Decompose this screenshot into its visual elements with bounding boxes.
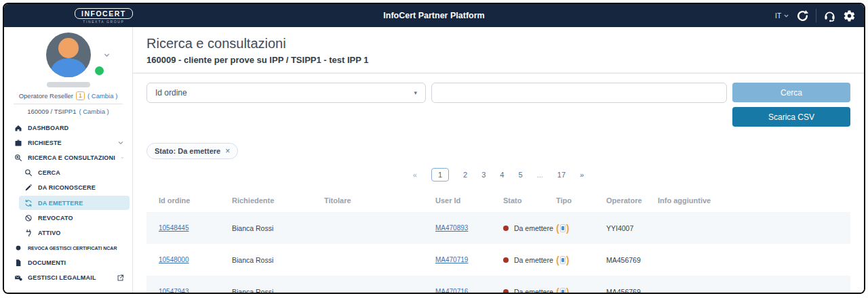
status-dot-red: [503, 257, 509, 263]
sidebar-item-label: RICERCA E CONSULTAZIONI: [28, 154, 115, 161]
sidebar-item-revoca-gestisci-certificati-ncar[interactable]: REVOCA GESTISCI CERTIFICATI NCAR: [4, 240, 132, 255]
sidebar-item-label: CERCA: [38, 169, 60, 176]
circle-icon: [14, 244, 22, 252]
settings-gear-icon[interactable]: [843, 9, 856, 22]
results-table: Id ordine Richiedente Titolare User Id S…: [146, 187, 850, 293]
sidebar-item-label: DOCUMENTI: [28, 259, 66, 266]
col-titolare: Titolare: [324, 196, 435, 205]
external-link-icon: [117, 274, 124, 282]
sidebar-item-da-riconoscere[interactable]: DA RICONOSCERE: [4, 180, 132, 195]
order-id-link[interactable]: 10548000: [159, 256, 232, 263]
language-selector[interactable]: IT: [775, 12, 789, 20]
col-stato: Stato: [503, 196, 556, 205]
richiedente-cell: Bianca Rossi: [232, 224, 324, 232]
stato-label: Da emettere: [514, 256, 553, 264]
paren-right: ): [566, 287, 570, 293]
sidebar-item-richieste[interactable]: RICHIESTE: [4, 135, 132, 150]
filter-type-select[interactable]: Id ordine ▾: [146, 83, 426, 103]
operatore-cell: MA456769: [606, 256, 658, 264]
tipo-mobile-icon: (): [556, 287, 606, 293]
user-id-link[interactable]: MA470719: [435, 256, 503, 263]
sidebar-item-dashboard[interactable]: DASHBOARD: [4, 121, 132, 135]
pagination-next[interactable]: »: [580, 171, 584, 179]
search-section: Id ordine ▾ Cerca Scarica CSV: [146, 83, 850, 127]
pagination-page-5[interactable]: 5: [518, 171, 522, 179]
online-status-dot: [95, 66, 104, 75]
order-id-link[interactable]: 10547943: [159, 288, 232, 293]
table-row: 10548445 Bianca Rossi MA470893 Da emette…: [146, 212, 850, 244]
chip-close-icon[interactable]: ×: [225, 146, 230, 156]
pagination-page-17[interactable]: 17: [557, 171, 566, 179]
table-header-row: Id ordine Richiedente Titolare User Id S…: [146, 187, 850, 212]
col-richiedente: Richiedente: [232, 196, 324, 205]
table-row: 10548000 Bianca Rossi MA470719 Da emette…: [146, 244, 850, 276]
sidebar-item-label: DA RICONOSCERE: [38, 184, 96, 191]
header-divider: [816, 9, 816, 22]
pagination-page-4[interactable]: 4: [500, 171, 504, 179]
stato-cell: Da emettere: [503, 224, 556, 232]
filter-chip-stato[interactable]: Stato: Da emettere ×: [146, 143, 238, 159]
stato-label: Da emettere: [514, 288, 553, 293]
avatar[interactable]: [46, 33, 91, 77]
pagination-ellipsis: ...: [537, 171, 543, 179]
infocert-logo[interactable]: INFOCERT TINEXTA GROUP: [75, 8, 133, 24]
operatore-cell: YYI4007: [606, 224, 658, 232]
sidebar-item-label: DASHBOARD: [28, 125, 68, 131]
sidebar-item-label: RICHIESTE: [28, 140, 62, 146]
plug-icon: [24, 229, 33, 237]
role-change-link[interactable]: ( Cambia ): [87, 92, 117, 100]
search-buttons: Cerca Scarica CSV: [732, 83, 850, 127]
sidebar-item-ricerca-e-consultazioni[interactable]: RICERCA E CONSULTAZIONI: [4, 150, 132, 165]
pagination-page-1[interactable]: 1: [431, 168, 449, 182]
support-headset-icon[interactable]: [823, 9, 836, 22]
richiedente-cell: Bianca Rossi: [232, 288, 324, 293]
user-id-link[interactable]: MA470716: [435, 288, 503, 293]
pagination-prev[interactable]: «: [413, 171, 417, 179]
sidebar-item-attivo[interactable]: ATTIVO: [4, 226, 132, 240]
phone-icon: [560, 288, 566, 293]
cerca-button[interactable]: Cerca: [732, 83, 850, 102]
title-divider: [133, 72, 864, 74]
stato-cell: Da emettere: [503, 288, 556, 293]
profile-name-placeholder: [47, 82, 90, 87]
sync-icon: [24, 199, 33, 207]
legalmail-icon: [14, 274, 22, 282]
sidebar-item-cerca[interactable]: CERCA: [4, 165, 132, 180]
pagination-page-3[interactable]: 3: [481, 171, 486, 179]
col-user-id: User Id: [435, 196, 503, 205]
account-change-link[interactable]: ( Cambia ): [79, 108, 108, 115]
sidebar-item-label: ATTIVO: [38, 230, 61, 236]
col-tipo: Tipo: [556, 196, 606, 205]
search-input[interactable]: [431, 83, 727, 103]
chevron-down-icon: [117, 140, 124, 146]
col-operatore: Operatore: [606, 196, 658, 205]
sidebar-item-gestisci-legalmail[interactable]: GESTISCI LEGALMAIL: [4, 270, 132, 285]
logo-subtitle: TINEXTA GROUP: [83, 20, 124, 24]
sidebar: Operatore Reseller 1 ( Cambia ) 160009 /…: [4, 27, 133, 293]
profile-section: Operatore Reseller 1 ( Cambia ) 160009 /…: [4, 27, 132, 115]
sidebar-item-label: DA EMETTERE: [38, 200, 83, 207]
user-id-link[interactable]: MA470893: [435, 224, 503, 232]
scarica-csv-button[interactable]: Scarica CSV: [732, 107, 850, 127]
order-id-link[interactable]: 10548445: [159, 224, 232, 232]
account-line: 160009 / TSIPP1 ( Cambia ): [4, 108, 132, 115]
document-icon: [14, 259, 22, 267]
sidebar-item-documenti[interactable]: DOCUMENTI: [4, 255, 132, 270]
ban-icon: [24, 214, 33, 222]
account-label: 160009 / TSIPP1: [27, 108, 76, 115]
language-label: IT: [775, 12, 781, 20]
page-subtitle: 160009 - cliente per prove su IPP / TSIP…: [146, 55, 850, 65]
sidebar-item-label: REVOCA GESTISCI CERTIFICATI NCAR: [28, 246, 117, 251]
sidebar-item-revocato[interactable]: REVOCATO: [4, 211, 132, 226]
sidebar-item-label: REVOCATO: [38, 215, 73, 221]
briefcase-icon: [14, 139, 22, 147]
phone-icon: [560, 256, 566, 264]
chevron-down-icon[interactable]: [103, 51, 111, 59]
pagination-page-2[interactable]: 2: [463, 171, 467, 179]
table-row: 10547943 Bianca Rossi MA470716 Da emette…: [146, 276, 850, 293]
main-content: Ricerca e consultazioni 160009 - cliente…: [133, 27, 864, 293]
operatore-cell: MA456769: [606, 288, 658, 293]
refresh-icon[interactable]: [796, 9, 809, 22]
paren-right: ): [566, 224, 570, 233]
sidebar-item-da-emettere[interactable]: DA EMETTERE: [19, 196, 130, 210]
